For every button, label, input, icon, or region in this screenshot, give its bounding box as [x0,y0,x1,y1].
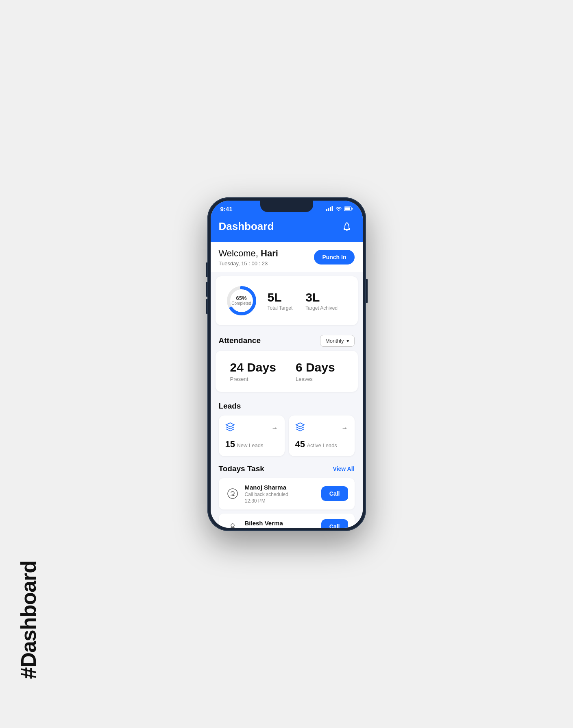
todays-task-section: Todays Task View All Manoj Sharma [211,460,363,528]
phone-notch [260,201,313,212]
task-0-time: 12:30 PM [245,498,321,504]
layers-icon [225,422,235,434]
phone-frame: 9:41 [207,197,366,531]
donut-chart: 65% Completed [225,284,258,317]
task-item-0: Manoj Sharma Call back scheduled 12:30 P… [219,478,355,509]
donut-label: 65% Completed [225,284,258,317]
bell-icon [342,222,352,232]
svg-rect-0 [326,209,327,211]
svg-point-10 [231,524,234,527]
task-item-1: Bilesh Verma Customer Visit Call [219,514,355,528]
phone-screen: 9:41 [211,201,363,528]
new-leads-card-top: → [225,422,278,434]
leads-title: Leads [219,402,355,411]
new-leads-card[interactable]: → 15 New Leads [219,415,285,456]
svg-rect-3 [331,206,333,211]
app-header: Dashboard [211,215,363,242]
active-leads-card-top: → [295,422,348,434]
header-title: Dashboard [219,220,274,233]
total-target-stat: 5L Total Target [268,291,293,311]
welcome-section: Welcome, Hari Tuesday, 15 : 00 : 23 Punc… [211,242,363,272]
total-target-value: 5L [268,291,293,304]
present-value: 24 Days [230,361,276,374]
battery-icon [344,206,353,211]
task-1-desc: Customer Visit [245,527,321,528]
new-leads-count: 15 [225,439,235,449]
leaves-stat: 6 Days Leaves [296,361,335,382]
new-leads-label: New Leads [237,442,263,448]
task-0-icon [225,486,240,501]
present-stat: 24 Days Present [230,361,276,382]
task-0-name: Manoj Sharma [245,484,321,491]
achieved-target-stat: 3L Target Achived [305,291,338,311]
active-leads-count-row: 45 Active Leads [295,439,348,450]
task-0-info: Manoj Sharma Call back scheduled 12:30 P… [245,484,321,504]
welcome-datetime: Tuesday, 15 : 00 : 23 [219,260,278,267]
active-layers-icon [295,422,305,434]
welcome-greeting: Welcome, Hari [219,248,278,259]
svg-point-9 [228,489,237,498]
signal-icon [326,206,333,211]
wifi-icon [336,206,342,211]
total-target-label: Total Target [268,305,293,311]
leads-section: Leads → [211,396,363,460]
donut-sub: Completed [231,301,251,306]
dropdown-label: Monthly [325,338,344,344]
target-card: 65% Completed 5L Total Target 3L Target … [216,276,358,325]
new-leads-count-row: 15 New Leads [225,439,278,450]
task-section-header: Todays Task View All [219,464,355,473]
leads-cards: → 15 New Leads [219,415,355,456]
active-leads-count: 45 [295,439,305,449]
task-0-call-button[interactable]: Call [321,486,348,501]
svg-rect-5 [344,208,350,210]
task-1-call-button[interactable]: Call [321,519,348,528]
active-leads-label: Active Leads [307,442,337,448]
new-leads-arrow-icon: → [272,424,278,432]
task-0-desc: Call back scheduled [245,492,321,497]
attendance-card: 24 Days Present 6 Days Leaves [216,351,358,392]
welcome-name: Hari [261,248,278,258]
task-1-icon [225,519,240,528]
task-1-info: Bilesh Verma Customer Visit [245,520,321,528]
bell-button[interactable] [339,219,355,234]
status-icons [326,206,353,211]
leaves-value: 6 Days [296,361,335,374]
attendance-period-dropdown[interactable]: Monthly ▾ [320,335,355,347]
svg-rect-2 [330,207,331,211]
active-leads-card[interactable]: → 45 Active Leads [289,415,355,456]
punch-in-button[interactable]: Punch In [314,250,354,265]
achieved-value: 3L [305,291,338,304]
task-section-title: Todays Task [219,464,264,473]
status-time: 9:41 [220,206,233,212]
welcome-text-block: Welcome, Hari Tuesday, 15 : 00 : 23 [219,248,278,267]
active-leads-arrow-icon: → [342,424,348,432]
attendance-title: Attendance [219,336,261,345]
present-label: Present [230,376,276,382]
view-all-button[interactable]: View All [333,466,355,472]
hashtag-label: #Dashboard [16,561,41,679]
attendance-section-header: Attendance Monthly ▾ [211,329,363,351]
chevron-down-icon: ▾ [346,338,349,344]
target-stats: 5L Total Target 3L Target Achived [268,291,338,311]
task-1-name: Bilesh Verma [245,520,321,527]
svg-rect-1 [328,208,329,212]
svg-rect-6 [351,208,353,210]
achieved-label: Target Achived [305,305,338,311]
screen-content: Welcome, Hari Tuesday, 15 : 00 : 23 Punc… [211,242,363,528]
donut-percent: 65% [236,295,246,302]
leaves-label: Leaves [296,376,335,382]
